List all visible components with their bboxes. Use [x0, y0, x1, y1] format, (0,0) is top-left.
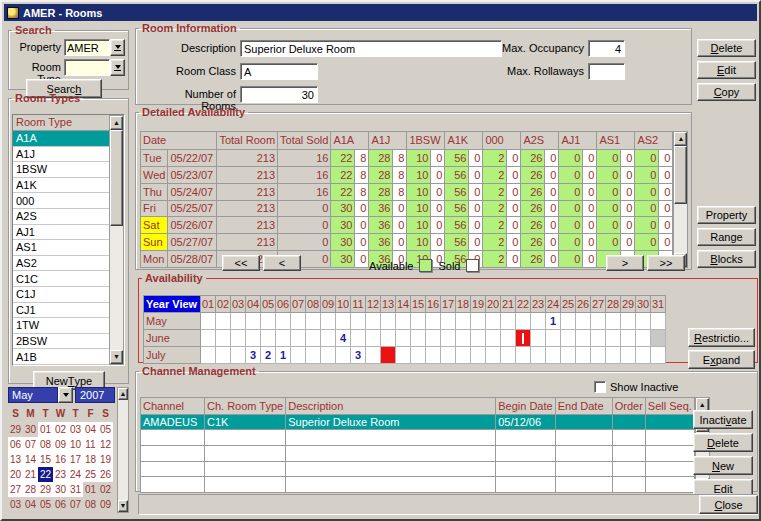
restrictio-button[interactable]: Restrictio... — [688, 328, 755, 347]
max-rollaways-field[interactable] — [588, 63, 625, 80]
year-view-cell[interactable]: 4 — [336, 330, 351, 347]
calendar-day[interactable]: 06 — [8, 437, 23, 452]
calendar-day[interactable]: 29 — [8, 422, 23, 437]
year-view-cell[interactable] — [546, 330, 561, 347]
calendar-day[interactable]: 04 — [83, 422, 98, 437]
calendar-day[interactable]: 03 — [68, 422, 83, 437]
room-class-field[interactable] — [240, 63, 318, 80]
year-view-cell[interactable] — [366, 330, 381, 347]
year-view-cell[interactable] — [561, 313, 576, 330]
calendar-day[interactable]: 19 — [98, 452, 113, 467]
year-view-cell[interactable] — [471, 313, 486, 330]
year-view-cell[interactable] — [636, 313, 651, 330]
calendar-day[interactable]: 14 — [23, 452, 38, 467]
year-view-cell[interactable] — [576, 347, 591, 364]
calendar-day[interactable]: 12 — [98, 437, 113, 452]
max-occupancy-field[interactable] — [588, 40, 625, 57]
room-type-item[interactable]: C1C — [13, 271, 109, 287]
calendar-day[interactable]: 20 — [8, 467, 23, 482]
year-view-cell[interactable] — [576, 330, 591, 347]
calendar-day[interactable]: 09 — [98, 497, 113, 512]
calendar-day[interactable]: 26 — [98, 467, 113, 482]
year-view-cell[interactable] — [501, 330, 516, 347]
calendar-day[interactable]: 24 — [68, 467, 83, 482]
room-type-item[interactable]: 2BSW — [13, 334, 109, 350]
new-button[interactable]: New — [693, 456, 753, 475]
year-view-cell[interactable] — [321, 330, 336, 347]
year-view-cell[interactable] — [336, 347, 351, 364]
property-button[interactable]: Property — [697, 206, 756, 224]
year-view-cell[interactable] — [516, 330, 531, 347]
year-view-cell[interactable] — [291, 330, 306, 347]
calendar-day[interactable]: 05 — [38, 497, 53, 512]
year-view-cell[interactable] — [201, 347, 216, 364]
year-view-cell[interactable] — [561, 330, 576, 347]
year-view-cell[interactable] — [471, 347, 486, 364]
year-view-cell[interactable] — [576, 313, 591, 330]
calendar-month-dropdown-button[interactable] — [58, 387, 73, 403]
availability-row[interactable]: Sat05/26/07213030036010056020260000000 — [141, 217, 673, 234]
room-type-item[interactable]: A1B — [13, 349, 109, 365]
room-type-item[interactable]: C1J — [13, 287, 109, 303]
year-view-cell[interactable] — [456, 330, 471, 347]
year-view-cell[interactable] — [246, 330, 261, 347]
room-type-item[interactable]: AS1 — [13, 240, 109, 256]
room-type-item[interactable]: 000 — [13, 193, 109, 209]
year-view-cell[interactable] — [591, 330, 606, 347]
year-view-cell[interactable] — [216, 347, 231, 364]
year-view-cell[interactable] — [231, 330, 246, 347]
calendar-day[interactable]: 18 — [83, 452, 98, 467]
spinner-up-icon[interactable]: ▲ — [118, 388, 128, 400]
year-view-cell[interactable] — [486, 330, 501, 347]
year-view-cell[interactable] — [381, 347, 396, 364]
year-view-cell[interactable] — [366, 347, 381, 364]
year-view-cell[interactable] — [621, 347, 636, 364]
calendar-day[interactable]: 16 — [53, 452, 68, 467]
page-first-button[interactable]: << — [222, 255, 260, 271]
calendar-day[interactable]: 22 — [38, 467, 53, 482]
year-view-cell[interactable] — [516, 347, 531, 364]
year-view-cell[interactable]: 1 — [546, 313, 561, 330]
year-view-cell[interactable] — [606, 313, 621, 330]
year-view-cell[interactable] — [546, 347, 561, 364]
year-view-cell[interactable] — [381, 313, 396, 330]
year-view-cell[interactable] — [411, 347, 426, 364]
year-view-cell[interactable] — [351, 313, 366, 330]
availability-row[interactable]: Tue05/22/072131622828810056020260000000 — [141, 149, 673, 166]
calendar-day[interactable]: 11 — [83, 437, 98, 452]
year-view-cell[interactable] — [621, 313, 636, 330]
calendar-day[interactable]: 08 — [83, 497, 98, 512]
year-view-cell[interactable] — [531, 347, 546, 364]
room-type-item[interactable]: AS2 — [13, 256, 109, 272]
year-view-cell[interactable] — [396, 313, 411, 330]
description-field[interactable] — [240, 40, 502, 57]
channel-row[interactable]: AMADEUSC1KSuperior Deluxe Room05/12/06 — [141, 414, 695, 430]
page-last-button[interactable]: >> — [647, 255, 685, 271]
year-view-cell[interactable] — [396, 347, 411, 364]
property-input[interactable] — [64, 39, 110, 56]
year-view-cell[interactable] — [381, 330, 396, 347]
year-view-cell[interactable] — [411, 313, 426, 330]
year-view-cell[interactable]: 3 — [351, 347, 366, 364]
year-view-cell[interactable] — [456, 347, 471, 364]
scrollbar-thumb[interactable] — [674, 146, 687, 204]
calendar-day[interactable]: 29 — [38, 482, 53, 497]
scroll-down-icon[interactable]: ▼ — [110, 350, 123, 364]
year-view-cell[interactable] — [426, 313, 441, 330]
calendar-day[interactable]: 02 — [98, 482, 113, 497]
year-view-cell[interactable] — [291, 313, 306, 330]
inactivate-button[interactable]: Inactivate — [693, 410, 753, 429]
year-view-cell[interactable] — [261, 313, 276, 330]
calendar-day[interactable]: 30 — [23, 422, 38, 437]
room-type-item[interactable]: A1J — [13, 147, 109, 163]
year-view-cell[interactable] — [306, 313, 321, 330]
year-view-cell[interactable] — [231, 313, 246, 330]
scroll-up-icon[interactable]: ▲ — [110, 116, 123, 130]
page-next-button[interactable]: > — [606, 255, 644, 271]
calendar-day[interactable]: 04 — [23, 497, 38, 512]
channel-empty-row[interactable] — [141, 461, 695, 477]
spinner-down-icon[interactable]: ▼ — [118, 500, 128, 512]
calendar-month-select[interactable]: May — [8, 387, 58, 403]
year-view-cell[interactable] — [396, 330, 411, 347]
scroll-up-icon[interactable]: ▲ — [674, 132, 687, 146]
